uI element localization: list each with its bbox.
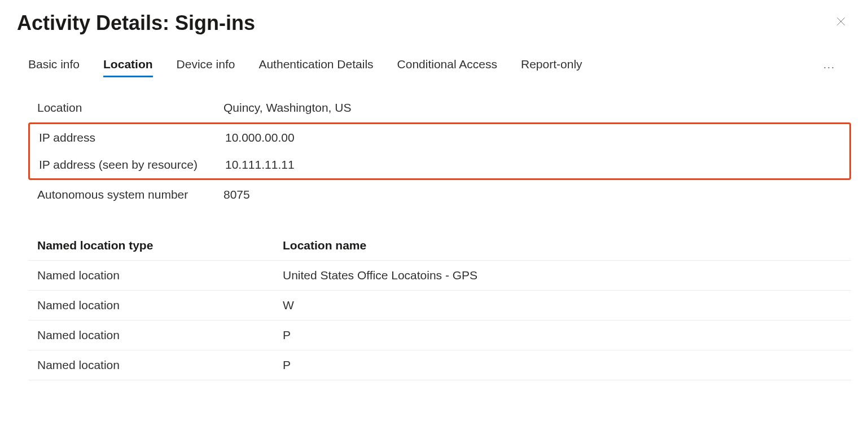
info-label-asn: Autonomous system number bbox=[37, 188, 223, 201]
cell-name: W bbox=[274, 291, 851, 321]
info-row-location: Location Quincy, Washington, US bbox=[28, 94, 851, 121]
cell-name: United States Office Locatoins - GPS bbox=[274, 261, 851, 291]
table-header-type: Named location type bbox=[28, 231, 274, 261]
table-row: Named location W bbox=[28, 291, 851, 321]
tab-authentication-details[interactable]: Authentication Details bbox=[258, 58, 373, 77]
table-row: Named location P bbox=[28, 350, 851, 380]
tab-report-only[interactable]: Report-only bbox=[521, 58, 582, 77]
table-header-name: Location name bbox=[274, 231, 851, 261]
cell-type: Named location bbox=[28, 291, 274, 321]
page-title: Activity Details: Sign-ins bbox=[17, 11, 255, 35]
ellipsis-icon: ··· bbox=[823, 62, 835, 73]
close-icon bbox=[835, 16, 847, 29]
cell-type: Named location bbox=[28, 350, 274, 380]
info-row-ip-seen: IP address (seen by resource) 10.111.11.… bbox=[30, 151, 849, 178]
table-row: Named location P bbox=[28, 321, 851, 350]
location-info-block: Location Quincy, Washington, US IP addre… bbox=[28, 94, 851, 208]
tab-device-info[interactable]: Device info bbox=[177, 58, 235, 77]
close-button[interactable] bbox=[831, 11, 851, 33]
table-row: Named location United States Office Loca… bbox=[28, 261, 851, 291]
info-value-location: Quincy, Washington, US bbox=[223, 101, 351, 115]
tab-basic-info[interactable]: Basic info bbox=[28, 58, 80, 77]
cell-name: P bbox=[274, 321, 851, 350]
named-locations-table: Named location type Location name Named … bbox=[28, 231, 851, 380]
info-label-ip: IP address bbox=[39, 131, 225, 144]
info-value-ip: 10.000.00.00 bbox=[225, 131, 295, 144]
info-value-asn: 8075 bbox=[223, 188, 250, 201]
info-label-location: Location bbox=[37, 101, 223, 115]
tabs: Basic info Location Device info Authenti… bbox=[28, 58, 582, 77]
tab-location[interactable]: Location bbox=[103, 58, 153, 77]
highlighted-ip-block: IP address 10.000.00.00 IP address (seen… bbox=[28, 122, 851, 180]
info-row-asn: Autonomous system number 8075 bbox=[28, 181, 851, 208]
more-button[interactable]: ··· bbox=[819, 59, 840, 76]
cell-name: P bbox=[274, 350, 851, 380]
cell-type: Named location bbox=[28, 321, 274, 350]
info-label-ip-seen: IP address (seen by resource) bbox=[39, 158, 225, 172]
info-value-ip-seen: 10.111.11.11 bbox=[225, 158, 295, 172]
tab-conditional-access[interactable]: Conditional Access bbox=[397, 58, 497, 77]
info-row-ip: IP address 10.000.00.00 bbox=[30, 124, 849, 151]
cell-type: Named location bbox=[28, 261, 274, 291]
